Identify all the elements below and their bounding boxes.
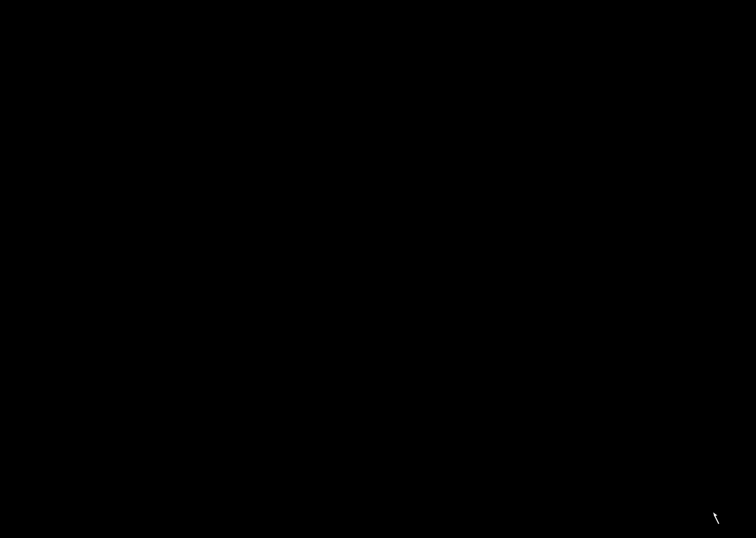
spectrogram-canvas bbox=[0, 0, 756, 538]
mouse-cursor-icon bbox=[710, 512, 722, 526]
spectrogram-viewer: { "title": "Channel ULN | Ulaanbaatar, M… bbox=[0, 0, 756, 538]
colorbar-gradient bbox=[732, 171, 741, 365]
